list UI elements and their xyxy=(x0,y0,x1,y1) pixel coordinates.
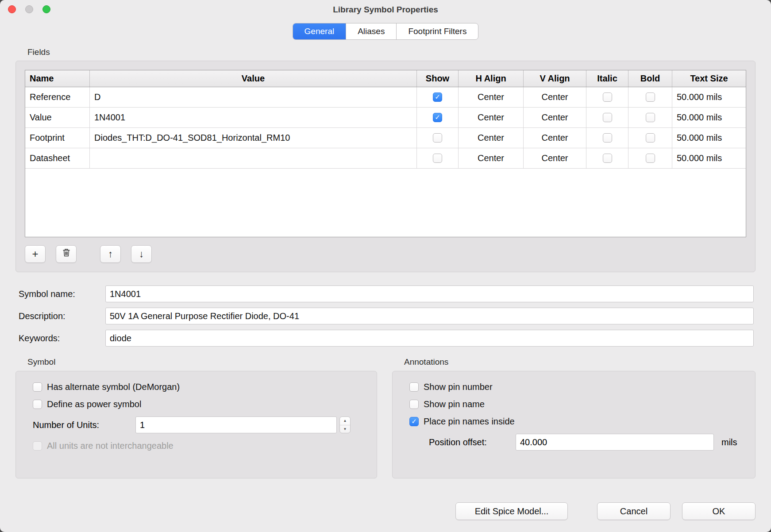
show-pin-name-checkbox[interactable] xyxy=(409,400,419,409)
keywords-row: Keywords: xyxy=(19,330,754,347)
description-row: Description: xyxy=(19,308,754,324)
symbol-form: Symbol name: Description: Keywords: xyxy=(19,285,754,347)
tab-bar: General Aliases Footprint Filters xyxy=(0,23,771,40)
show-checkbox[interactable] xyxy=(433,113,442,122)
bold-cell xyxy=(628,128,672,148)
italic-checkbox[interactable] xyxy=(603,93,612,102)
field-name-cell[interactable]: Footprint xyxy=(25,128,90,148)
trash-icon xyxy=(61,247,72,261)
number-of-units-label: Number of Units: xyxy=(33,420,135,430)
symbol-groupbox: Has alternate symbol (DeMorgan) Define a… xyxy=(15,371,377,478)
has-alternate-symbol-checkbox[interactable] xyxy=(33,382,42,392)
field-value-cell[interactable] xyxy=(90,148,417,168)
stepper-down-icon[interactable]: ▼ xyxy=(340,425,350,433)
bold-cell xyxy=(628,87,672,107)
v-align-cell[interactable]: Center xyxy=(524,108,586,127)
window-title: Library Symbol Properties xyxy=(333,5,438,15)
bold-checkbox[interactable] xyxy=(646,93,655,102)
tab-footprint-filters[interactable]: Footprint Filters xyxy=(396,23,478,39)
dialog-footer: Edit Spice Model... Cancel OK xyxy=(0,502,756,520)
header-text-size: Text Size xyxy=(672,70,746,87)
add-field-button[interactable]: + xyxy=(25,245,46,263)
annotations-column: Annotations Show pin number Show pin nam… xyxy=(392,357,756,478)
position-offset-input[interactable] xyxy=(516,434,714,451)
show-checkbox[interactable] xyxy=(433,154,442,163)
h-align-cell[interactable]: Center xyxy=(459,87,524,107)
show-cell xyxy=(417,108,459,127)
h-align-cell[interactable]: Center xyxy=(459,108,524,127)
show-cell xyxy=(417,128,459,148)
field-name-cell[interactable]: Reference xyxy=(25,87,90,107)
close-window-button[interactable] xyxy=(8,5,16,13)
has-alternate-symbol-row: Has alternate symbol (DeMorgan) xyxy=(33,382,368,392)
field-name-cell[interactable]: Value xyxy=(25,108,90,127)
header-value: Value xyxy=(90,70,417,87)
edit-spice-model-button[interactable]: Edit Spice Model... xyxy=(455,502,568,520)
tab-general[interactable]: General xyxy=(293,23,346,39)
field-row-reference: Reference D Center Center 50.000 mils xyxy=(25,87,746,108)
units-not-interchangeable-checkbox xyxy=(33,441,42,451)
keywords-label: Keywords: xyxy=(19,333,105,343)
italic-cell xyxy=(586,87,628,107)
symbol-name-input[interactable] xyxy=(105,285,754,302)
italic-checkbox[interactable] xyxy=(603,133,612,143)
tab-segmented-control: General Aliases Footprint Filters xyxy=(293,23,479,40)
plus-icon: + xyxy=(32,248,38,260)
number-of-units-row: Number of Units: ▲ ▼ xyxy=(33,416,368,433)
italic-cell xyxy=(586,128,628,148)
define-power-symbol-label: Define as power symbol xyxy=(47,399,141,409)
move-field-up-button[interactable]: ↑ xyxy=(100,245,121,263)
fields-table: Name Value Show H Align V Align Italic B… xyxy=(25,70,746,237)
move-field-down-button[interactable]: ↓ xyxy=(131,245,152,263)
position-offset-label: Position offset: xyxy=(429,437,516,447)
field-value-cell[interactable]: 1N4001 xyxy=(90,108,417,127)
text-size-cell[interactable]: 50.000 mils xyxy=(672,128,746,148)
annotations-groupbox: Show pin number Show pin name Place pin … xyxy=(392,371,756,478)
text-size-cell[interactable]: 50.000 mils xyxy=(672,108,746,127)
bold-cell xyxy=(628,148,672,168)
bold-checkbox[interactable] xyxy=(646,154,655,163)
annotations-group-label: Annotations xyxy=(404,357,756,367)
italic-checkbox[interactable] xyxy=(603,113,612,122)
show-pin-number-checkbox[interactable] xyxy=(409,382,419,392)
field-value-cell[interactable]: Diodes_THT:D_DO-41_SOD81_Horizontal_RM10 xyxy=(90,128,417,148)
show-checkbox[interactable] xyxy=(433,133,442,143)
number-of-units-stepper[interactable]: ▲ ▼ xyxy=(339,416,351,433)
field-row-value: Value 1N4001 Center Center 50.000 mils xyxy=(25,108,746,128)
tab-aliases[interactable]: Aliases xyxy=(346,23,396,39)
description-input[interactable] xyxy=(105,308,754,324)
symbol-group-label: Symbol xyxy=(27,357,377,367)
italic-checkbox[interactable] xyxy=(603,154,612,163)
cancel-button[interactable]: Cancel xyxy=(597,502,671,520)
field-value-cell[interactable]: D xyxy=(90,87,417,107)
delete-field-button[interactable] xyxy=(56,245,77,263)
window-controls xyxy=(8,5,50,13)
keywords-input[interactable] xyxy=(105,330,754,347)
symbol-column: Symbol Has alternate symbol (DeMorgan) D… xyxy=(15,357,377,478)
define-power-symbol-checkbox[interactable] xyxy=(33,400,42,409)
v-align-cell[interactable]: Center xyxy=(524,128,586,148)
v-align-cell[interactable]: Center xyxy=(524,148,586,168)
ok-button[interactable]: OK xyxy=(682,502,756,520)
v-align-cell[interactable]: Center xyxy=(524,87,586,107)
header-v-align: V Align xyxy=(524,70,586,87)
header-bold: Bold xyxy=(628,70,672,87)
title-bar: Library Symbol Properties xyxy=(0,0,771,19)
italic-cell xyxy=(586,148,628,168)
field-name-cell[interactable]: Datasheet xyxy=(25,148,90,168)
bold-checkbox[interactable] xyxy=(646,133,655,143)
place-pin-names-inside-checkbox[interactable] xyxy=(409,417,419,426)
h-align-cell[interactable]: Center xyxy=(459,128,524,148)
zoom-window-button[interactable] xyxy=(42,5,50,13)
text-size-cell[interactable]: 50.000 mils xyxy=(672,87,746,107)
place-pin-names-inside-row: Place pin names inside xyxy=(409,416,746,427)
fields-groupbox: Name Value Show H Align V Align Italic B… xyxy=(15,61,756,272)
show-checkbox[interactable] xyxy=(433,93,442,102)
number-of-units-input[interactable] xyxy=(135,416,337,433)
header-h-align: H Align xyxy=(459,70,524,87)
field-row-footprint: Footprint Diodes_THT:D_DO-41_SOD81_Horiz… xyxy=(25,128,746,148)
bold-checkbox[interactable] xyxy=(646,113,655,122)
text-size-cell[interactable]: 50.000 mils xyxy=(672,148,746,168)
stepper-up-icon[interactable]: ▲ xyxy=(340,417,350,425)
h-align-cell[interactable]: Center xyxy=(459,148,524,168)
